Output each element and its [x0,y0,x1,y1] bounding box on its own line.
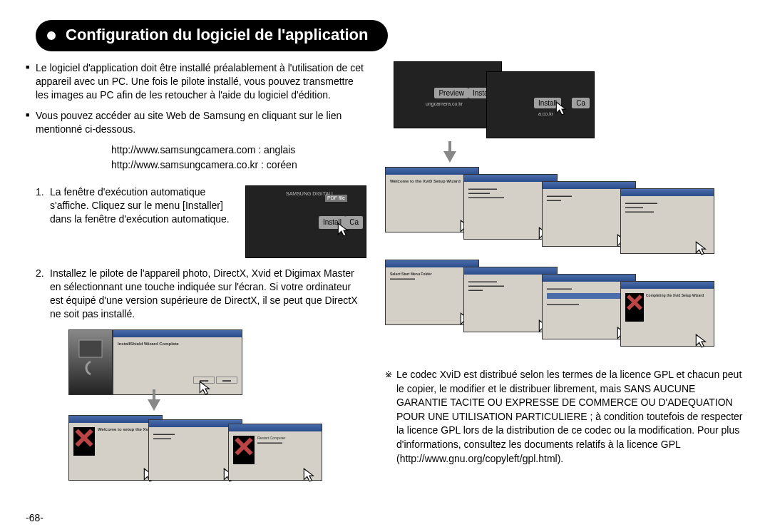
wizard-cascade-2: Select Start Menu Folder▬▬▬▬▬▬▬ ▬▬▬▬▬▬▬▬… [385,260,720,352]
step-1-number: 1. [36,185,44,199]
step-1: 1. La fenêtre d'exécution automatique s'… [26,185,366,258]
arrow-down-icon [443,151,456,163]
arrow-container [68,399,240,411]
wizard-cascade-1: Welcome to the XviD Setup Wizard ▬▬▬▬▬▬▬… [385,167,720,260]
arrow-down-icon [148,399,160,411]
x-icon [73,427,95,449]
xvid-welcome-label: Welcome to setup the XviD [98,427,153,431]
cursor-icon [302,467,317,483]
cursor-icon [336,222,351,237]
page-title: Configuration du logiciel de l'applicati… [36,20,388,51]
xvid-complete-label: Completing the Xvid Setup Wizard [646,293,704,297]
url-korean: http://www.samsungcamera.co.kr : coréen [111,158,366,173]
monitor-icon [76,337,105,380]
cursor-icon [694,333,709,349]
url-block: http://www.samsungcamera.com : anglais h… [26,143,366,173]
two-column-layout: Le logiciel d'application doit être inst… [26,61,744,484]
autorun-screenshot: SAMSUNG DIGITALL PDF file Install Ca [245,185,366,258]
note-symbol: ※ [385,369,392,381]
preview-install-stack: Preview Install ungcamera.co.kr Install … [394,61,600,147]
x-icon [233,436,255,457]
xvid-setup-label: Welcome to the XviD Setup Wizard [390,179,461,183]
left-column: Le logiciel d'application doit être inst… [26,61,366,484]
page-number: -68- [26,512,43,523]
wizard-thumb-1: InstallShield Wizard Complete ▬▬ ▬▬ [68,329,366,395]
manual-page: Configuration du logiciel de l'applicati… [0,0,770,532]
svg-rect-0 [79,340,102,357]
x-icon [625,293,644,312]
preview-badge: Preview [434,88,468,98]
xvid-thumb-stack: Welcome to setup the XviD ▬▬▬▬▬▬▬▬▬▬▬ Re… [68,415,325,484]
wizard-complete-label: InstallShield Wizard Complete [118,342,179,346]
step-1-text: La fenêtre d'exécution automatique s'aff… [50,186,230,225]
url-fragment: ungcamera.co.kr [426,101,463,106]
intro-bullet-1: Le logiciel d'application doit être inst… [26,61,366,102]
gpl-note-text: Le codec XviD est distribué selon les te… [396,369,743,464]
cursor-icon [694,240,709,256]
arrow-container-right [396,151,503,163]
step-2-number: 2. [36,267,44,280]
step-2-text: Installez le pilote de l'appareil photo,… [50,267,357,319]
pdf-label: PDF file [325,195,347,201]
gpl-note: ※ Le codec XviD est distribué selon les … [385,368,744,466]
url-english: http://www.samsungcamera.com : anglais [111,143,366,158]
cursor-icon [554,101,570,116]
intro-bullet-2: Vous pouvez accéder au site Web de Samsu… [26,109,366,136]
cancel-badge: Ca [572,98,590,108]
cursor-icon [197,380,213,396]
url-fragment-2: a.co.kr [538,111,553,116]
right-column: Preview Install ungcamera.co.kr Install … [385,61,744,484]
step-2: 2. Installez le pilote de l'appareil pho… [26,267,366,321]
